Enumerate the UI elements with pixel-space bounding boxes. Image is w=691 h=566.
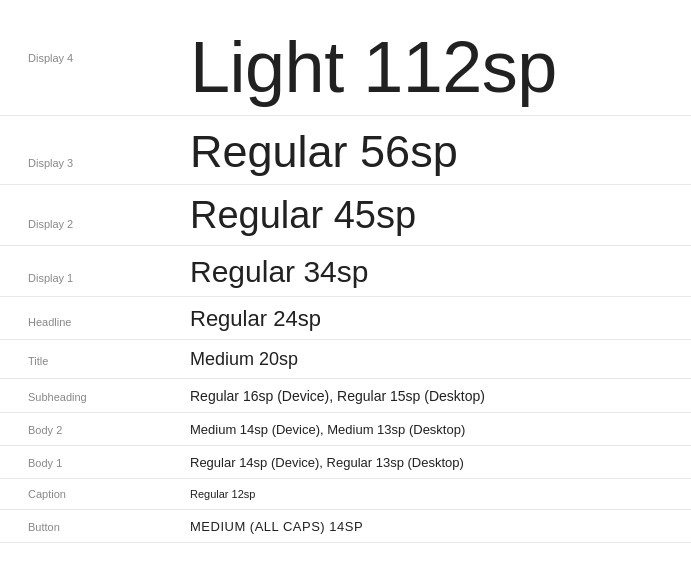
type-sample-title: Medium 20sp — [190, 344, 691, 373]
type-row-body2: Body 2Medium 14sp (Device), Medium 13sp … — [0, 413, 691, 446]
type-label-title: Title — [0, 355, 190, 367]
type-label-headline: Headline — [0, 316, 190, 328]
type-label-subheading: Subheading — [0, 391, 190, 403]
type-row-display4: Display 4Light 112sp — [0, 16, 691, 116]
type-sample-body1: Regular 14sp (Device), Regular 13sp (Des… — [190, 450, 691, 474]
typography-specimen: Display 4Light 112spDisplay 3Regular 56s… — [0, 0, 691, 566]
type-row-display1: Display 1Regular 34sp — [0, 246, 691, 297]
type-label-caption: Caption — [0, 488, 190, 500]
type-label-body1: Body 1 — [0, 457, 190, 469]
type-sample-subheading: Regular 16sp (Device), Regular 15sp (Des… — [190, 383, 691, 409]
type-label-display2: Display 2 — [0, 218, 190, 230]
type-sample-display3: Regular 56sp — [190, 120, 691, 180]
type-row-button: ButtonMEDIUM (ALL CAPS) 14sp — [0, 510, 691, 543]
type-row-display3: Display 3Regular 56sp — [0, 116, 691, 185]
type-row-caption: CaptionRegular 12sp — [0, 479, 691, 509]
type-sample-display4: Light 112sp — [190, 20, 691, 111]
type-row-body1: Body 1Regular 14sp (Device), Regular 13s… — [0, 446, 691, 479]
type-label-body2: Body 2 — [0, 424, 190, 436]
type-row-subheading: SubheadingRegular 16sp (Device), Regular… — [0, 379, 691, 414]
type-label-display4: Display 4 — [0, 20, 190, 64]
type-row-display2: Display 2Regular 45sp — [0, 185, 691, 246]
type-sample-caption: Regular 12sp — [190, 483, 691, 504]
type-sample-headline: Regular 24sp — [190, 301, 691, 336]
type-row-headline: HeadlineRegular 24sp — [0, 297, 691, 341]
type-sample-display1: Regular 34sp — [190, 250, 691, 292]
type-label-display3: Display 3 — [0, 157, 190, 169]
type-sample-display2: Regular 45sp — [190, 189, 691, 241]
type-label-display1: Display 1 — [0, 272, 190, 284]
type-label-button: Button — [0, 521, 190, 533]
type-sample-body2: Medium 14sp (Device), Medium 13sp (Deskt… — [190, 417, 691, 441]
type-sample-button: MEDIUM (ALL CAPS) 14sp — [190, 514, 691, 538]
type-row-title: TitleMedium 20sp — [0, 340, 691, 378]
